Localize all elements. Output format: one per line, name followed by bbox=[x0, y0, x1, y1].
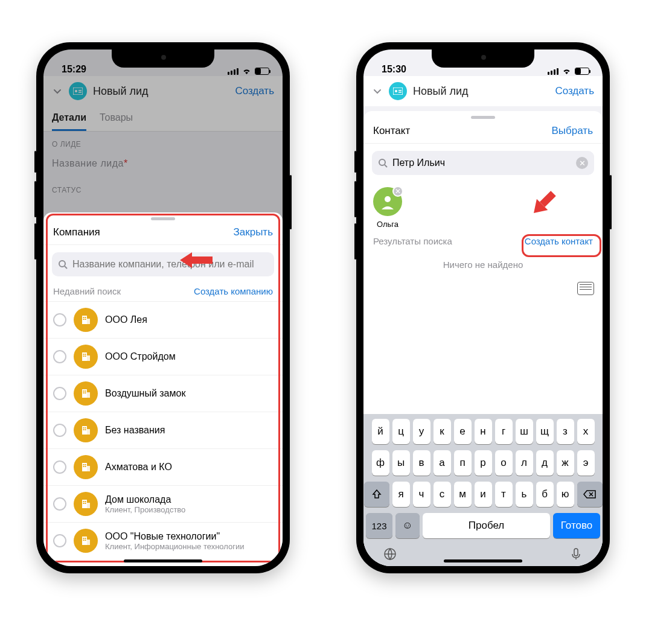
svg-line-5 bbox=[65, 266, 67, 269]
key[interactable]: ц bbox=[392, 419, 410, 444]
key[interactable]: й bbox=[372, 419, 389, 444]
key[interactable]: р bbox=[475, 450, 492, 476]
phone-mockup-right: 15:30 Новый лид Создать Контакт bbox=[356, 42, 610, 573]
search-input[interactable]: ✕ bbox=[372, 151, 594, 175]
radio-icon[interactable] bbox=[53, 387, 66, 400]
svg-rect-13 bbox=[87, 355, 90, 361]
key[interactable]: я bbox=[392, 482, 410, 507]
chevron-down-icon[interactable] bbox=[372, 86, 383, 97]
svg-rect-11 bbox=[85, 319, 86, 320]
key[interactable]: ч bbox=[413, 482, 430, 507]
create-button[interactable]: Создать bbox=[555, 85, 594, 97]
done-key[interactable]: Готово bbox=[553, 513, 600, 538]
keyboard-toggle-icon[interactable] bbox=[577, 282, 594, 295]
radio-icon[interactable] bbox=[53, 534, 66, 547]
shift-key[interactable] bbox=[364, 482, 389, 507]
globe-icon[interactable] bbox=[383, 547, 397, 561]
building-icon bbox=[74, 308, 98, 332]
key[interactable]: щ bbox=[536, 419, 554, 444]
company-list: ООО Лея ООО Стройдом Воздушный замок Без… bbox=[43, 301, 283, 559]
key[interactable]: х bbox=[577, 419, 595, 444]
svg-rect-42 bbox=[82, 537, 87, 545]
key[interactable]: ы bbox=[392, 450, 410, 476]
key[interactable]: к bbox=[434, 419, 451, 444]
key[interactable]: м bbox=[454, 482, 472, 507]
key[interactable]: с bbox=[434, 482, 451, 507]
key[interactable]: о bbox=[495, 450, 513, 476]
svg-rect-32 bbox=[83, 464, 85, 465]
key[interactable]: д bbox=[536, 450, 554, 476]
list-item[interactable]: ООО Стройдом bbox=[43, 338, 283, 375]
search-input[interactable] bbox=[52, 252, 274, 276]
contact-chip[interactable]: ✕ Ольга bbox=[373, 187, 402, 229]
key[interactable]: ф bbox=[372, 450, 389, 476]
sheet-handle[interactable] bbox=[151, 217, 175, 220]
status-time: 15:30 bbox=[382, 64, 406, 75]
key[interactable]: ж bbox=[557, 450, 574, 476]
remove-chip-icon[interactable]: ✕ bbox=[392, 186, 403, 197]
svg-rect-21 bbox=[85, 390, 86, 392]
backspace-key[interactable] bbox=[577, 482, 603, 507]
emoji-key[interactable]: ☺ bbox=[395, 513, 420, 538]
svg-rect-8 bbox=[83, 317, 85, 318]
list-item[interactable]: Ахматова и КО bbox=[43, 448, 283, 485]
company-sheet: Компания Закрыть Недавний поиск Создать … bbox=[43, 212, 283, 566]
svg-rect-38 bbox=[83, 501, 85, 502]
key[interactable]: э bbox=[577, 450, 595, 476]
svg-rect-35 bbox=[85, 466, 86, 467]
create-contact-link[interactable]: Создать контакт bbox=[525, 236, 593, 246]
key[interactable]: г bbox=[495, 419, 513, 444]
close-button[interactable]: Закрыть bbox=[234, 226, 273, 238]
key[interactable]: у bbox=[413, 419, 430, 444]
radio-icon[interactable] bbox=[53, 350, 66, 363]
list-item[interactable]: ООО Лея bbox=[43, 301, 283, 338]
home-indicator bbox=[124, 559, 202, 562]
key[interactable]: и bbox=[475, 482, 492, 507]
numbers-key[interactable]: 123 bbox=[366, 513, 392, 538]
svg-rect-45 bbox=[85, 538, 86, 539]
svg-rect-27 bbox=[85, 427, 86, 428]
list-item[interactable]: Воздушный замок bbox=[43, 375, 283, 412]
key[interactable]: а bbox=[434, 450, 451, 476]
radio-icon[interactable] bbox=[53, 313, 66, 327]
svg-rect-41 bbox=[85, 503, 86, 504]
clear-icon[interactable]: ✕ bbox=[576, 157, 588, 169]
key[interactable]: ш bbox=[516, 419, 533, 444]
radio-icon[interactable] bbox=[53, 460, 66, 474]
keyboard-accessory bbox=[363, 278, 603, 299]
search-icon bbox=[378, 158, 388, 168]
key[interactable]: н bbox=[475, 419, 492, 444]
key[interactable]: б bbox=[536, 482, 554, 507]
key[interactable]: п bbox=[454, 450, 472, 476]
svg-point-4 bbox=[59, 261, 65, 267]
key[interactable]: в bbox=[413, 450, 430, 476]
radio-icon[interactable] bbox=[53, 424, 66, 437]
key[interactable]: е bbox=[454, 419, 472, 444]
key[interactable]: ю bbox=[557, 482, 574, 507]
key[interactable]: ь bbox=[516, 482, 533, 507]
radio-icon[interactable] bbox=[53, 497, 66, 511]
space-key[interactable]: Пробел bbox=[423, 513, 550, 538]
key[interactable]: т bbox=[495, 482, 513, 507]
svg-rect-47 bbox=[85, 540, 86, 541]
keyboard: й ц у к е н г ш щ з х ф ы в а п bbox=[363, 414, 603, 566]
list-item[interactable]: Без названия bbox=[43, 412, 283, 448]
select-button[interactable]: Выбрать bbox=[552, 125, 593, 137]
results-label: Результаты поиска bbox=[373, 236, 452, 246]
svg-rect-14 bbox=[83, 354, 85, 355]
device-notch bbox=[432, 49, 534, 68]
key[interactable]: л bbox=[516, 450, 533, 476]
search-icon bbox=[58, 260, 68, 269]
key[interactable]: з bbox=[557, 419, 574, 444]
create-company-link[interactable]: Создать компанию bbox=[194, 286, 273, 296]
svg-rect-40 bbox=[83, 503, 85, 504]
svg-rect-34 bbox=[83, 466, 85, 467]
building-icon bbox=[74, 345, 98, 369]
svg-rect-46 bbox=[83, 540, 85, 541]
building-icon bbox=[74, 455, 98, 479]
mic-icon[interactable] bbox=[569, 547, 583, 561]
list-item[interactable]: Дом шоколадаКлиент, Производство bbox=[43, 485, 283, 522]
sheet-handle[interactable] bbox=[471, 116, 495, 119]
building-icon bbox=[74, 418, 98, 442]
list-item[interactable]: ООО "Новые технологии"Клиент, Информацио… bbox=[43, 522, 283, 559]
